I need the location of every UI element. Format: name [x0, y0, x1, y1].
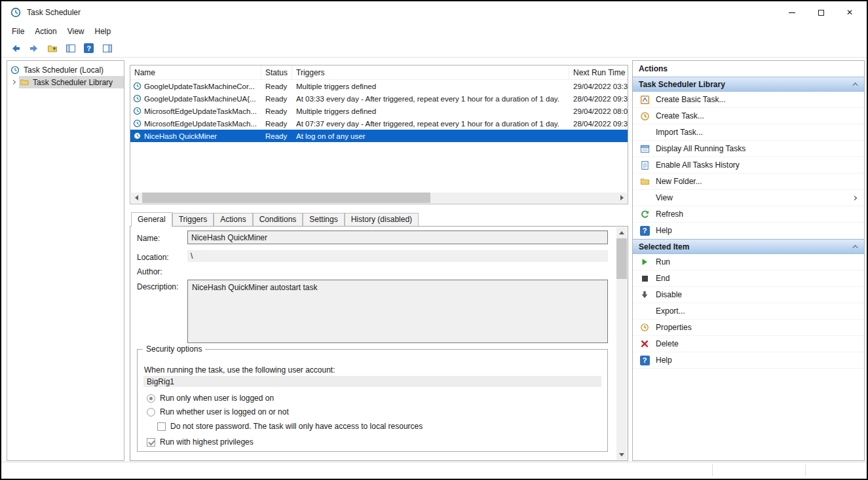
task-clock-icon: [133, 119, 142, 128]
console-tree-panel: Task Scheduler (Local) Task Scheduler Li…: [7, 60, 124, 461]
table-row[interactable]: MicrosoftEdgeUpdateTaskMach... Ready At …: [130, 117, 628, 130]
security-options-group: Security options When running the task, …: [137, 349, 608, 452]
action-label: Help: [656, 356, 672, 365]
scroll-right-button[interactable]: [616, 193, 627, 203]
tab-settings[interactable]: Settings: [303, 213, 344, 226]
action-end[interactable]: End: [633, 270, 864, 287]
task-next-run: 28/04/2022 09:3: [569, 92, 628, 105]
task-name: MicrosoftEdgeUpdateTaskMach...: [144, 120, 257, 128]
tab-general[interactable]: General: [131, 212, 172, 227]
actions-group-header-selected-item[interactable]: Selected Item: [633, 239, 864, 254]
close-button[interactable]: [835, 1, 864, 24]
action-properties[interactable]: Properties: [633, 320, 864, 336]
tree-item-task-scheduler-library[interactable]: Task Scheduler Library: [7, 76, 124, 88]
toolbar-help-button[interactable]: [81, 41, 97, 56]
actions-group-header-library[interactable]: Task Scheduler Library: [633, 77, 864, 92]
scroll-left-button[interactable]: [131, 193, 142, 203]
import-task-icon: [639, 127, 650, 138]
task-triggers: Multiple triggers defined: [292, 105, 569, 117]
task-name: MicrosoftEdgeUpdateTaskMach...: [144, 107, 257, 115]
running-tasks-icon: [639, 143, 650, 154]
column-header-status[interactable]: Status: [261, 65, 292, 79]
description-label: Description:: [137, 282, 178, 291]
task-list-hscrollbar[interactable]: [131, 193, 627, 203]
checkbox-label: Run with highest privileges: [160, 437, 254, 447]
menu-file[interactable]: File: [7, 24, 29, 39]
menu-action[interactable]: Action: [29, 24, 62, 39]
action-import-task[interactable]: Import Task...: [633, 124, 864, 141]
show-console-tree-button[interactable]: [62, 41, 79, 56]
task-clock-icon: [133, 132, 142, 140]
tab-triggers[interactable]: Triggers: [172, 213, 214, 226]
task-next-run: [569, 130, 628, 142]
table-row[interactable]: GoogleUpdateTaskMachineUA{... Ready At 0…: [130, 92, 628, 105]
tree-item-task-scheduler-local[interactable]: Task Scheduler (Local): [7, 64, 124, 76]
action-delete[interactable]: Delete: [633, 336, 864, 352]
folder-up-button[interactable]: [44, 41, 60, 56]
help-icon: [639, 225, 650, 236]
forward-button[interactable]: [26, 41, 42, 56]
column-header-triggers[interactable]: Triggers: [292, 65, 569, 79]
show-console-tree-icon: [66, 43, 76, 54]
back-button[interactable]: [7, 41, 24, 56]
radio-icon: [147, 408, 155, 416]
column-header-name[interactable]: Name: [130, 65, 261, 79]
task-clock-icon: [133, 82, 142, 90]
status-separator: [805, 464, 806, 476]
action-new-folder[interactable]: New Folder...: [633, 174, 864, 190]
action-label: Disable: [656, 290, 682, 299]
location-label: Location:: [137, 253, 169, 262]
tab-history[interactable]: History (disabled): [345, 213, 419, 226]
action-view[interactable]: View: [633, 190, 864, 206]
task-clock-icon: [133, 94, 142, 103]
detail-vscrollbar[interactable]: [616, 227, 627, 460]
action-enable-all-tasks-history[interactable]: Enable All Tasks History: [633, 157, 864, 174]
task-detail-panel: General Triggers Actions Conditions Sett…: [130, 212, 628, 461]
menu-view[interactable]: View: [62, 24, 90, 39]
expand-chevron-icon[interactable]: [7, 81, 19, 84]
action-help-library[interactable]: Help: [633, 223, 864, 239]
collapse-chevron-icon: [852, 245, 858, 250]
radio-label: Run only when user is logged on: [160, 394, 274, 403]
tab-conditions[interactable]: Conditions: [253, 213, 303, 226]
table-row[interactable]: MicrosoftEdgeUpdateTaskMach... Ready Mul…: [130, 105, 628, 117]
action-create-basic-task[interactable]: Create Basic Task...: [633, 92, 864, 108]
app-clock-icon: [10, 7, 21, 18]
show-action-pane-button[interactable]: [99, 41, 115, 56]
action-run[interactable]: Run: [633, 254, 864, 270]
task-name: GoogleUpdateTaskMachineCor...: [144, 83, 255, 90]
general-tab-content: Name: NiceHash QuickMiner Location: \ Au…: [130, 226, 628, 461]
action-label: View: [656, 193, 673, 202]
hscroll-thumb[interactable]: [142, 193, 430, 203]
action-display-all-running-tasks[interactable]: Display All Running Tasks: [633, 141, 864, 157]
table-row-selected[interactable]: NiceHash QuickMiner Ready At log on of a…: [130, 130, 628, 142]
folder-up-icon: [47, 43, 58, 54]
export-icon: [639, 306, 650, 316]
tree-item-label: Task Scheduler Library: [33, 78, 113, 87]
disable-icon: [639, 289, 650, 300]
account-prompt: When running the task, use the following…: [144, 365, 335, 375]
properties-icon: [639, 322, 650, 333]
table-row[interactable]: GoogleUpdateTaskMachineCor... Ready Mult…: [130, 80, 628, 92]
task-status: Ready: [261, 105, 292, 117]
task-triggers: At 03:33 every day - After triggered, re…: [292, 92, 569, 105]
title-bar: Task Scheduler: [1, 1, 867, 24]
scroll-up-button[interactable]: [616, 227, 627, 238]
column-header-next-run-time[interactable]: Next Run Time: [569, 65, 628, 79]
actions-panel-title: Actions: [633, 61, 864, 77]
group-header-label: Task Scheduler Library: [639, 80, 725, 89]
action-export[interactable]: Export...: [633, 303, 864, 320]
tab-actions[interactable]: Actions: [214, 213, 252, 226]
action-label: Refresh: [656, 210, 683, 219]
maximize-button[interactable]: [806, 1, 835, 24]
tree-item-selected-highlight[interactable]: Task Scheduler Library: [19, 76, 124, 88]
action-refresh[interactable]: Refresh: [633, 206, 864, 223]
menu-help[interactable]: Help: [90, 24, 117, 39]
action-create-task[interactable]: Create Task...: [633, 108, 864, 124]
maximize-icon: [818, 10, 824, 16]
vscroll-thumb[interactable]: [616, 238, 627, 279]
action-help-selected-item[interactable]: Help: [633, 352, 864, 369]
scroll-down-button[interactable]: [616, 449, 627, 460]
action-disable[interactable]: Disable: [633, 287, 864, 303]
minimize-button[interactable]: [778, 1, 806, 24]
